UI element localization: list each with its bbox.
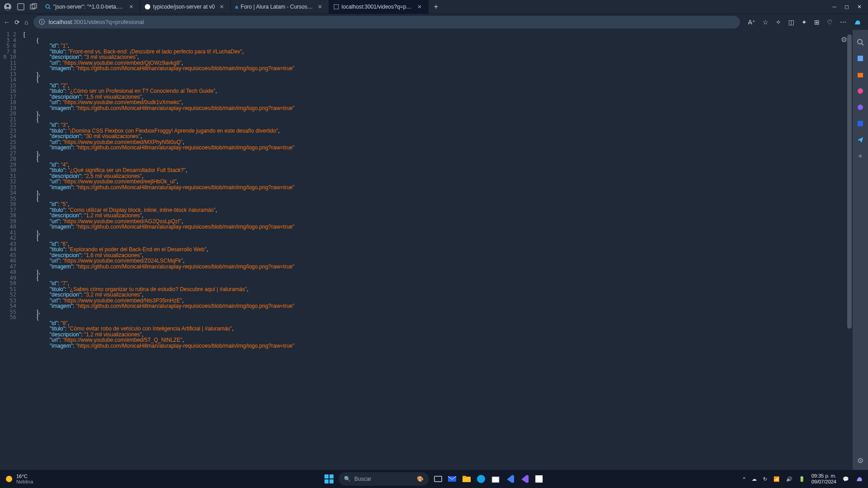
svg-rect-20 (329, 479, 334, 483)
extensions-icon[interactable]: ✧ (776, 19, 781, 26)
svg-rect-12 (858, 73, 863, 77)
favorites-bar-icon[interactable]: ✦ (801, 19, 807, 26)
site-info-icon[interactable]: ⓘ (39, 18, 45, 26)
tab-title: localhost:3001/videos?q=profesi (342, 4, 413, 10)
sidebar-shopping-icon[interactable] (856, 71, 864, 79)
sidebar-tools-icon[interactable] (856, 54, 864, 62)
battery-icon[interactable]: 🔋 (799, 476, 805, 482)
start-button[interactable] (324, 474, 334, 484)
menu-icon[interactable]: ⋯ (840, 19, 846, 26)
sidebar-settings-icon[interactable]: ⚙ (856, 456, 864, 464)
svg-point-13 (858, 88, 863, 94)
tab-close-icon[interactable]: ✕ (127, 4, 135, 10)
weather-desc: Neblina (16, 479, 33, 484)
tab-favicon: a (235, 4, 238, 10)
line-gutter: 1 2 3 4 5 6 7 8 9 10 11 12 13 14 15 16 1… (0, 30, 20, 470)
tab-title: Foro | Alura Latam - Cursos onlin (241, 4, 313, 10)
svg-rect-2 (18, 4, 24, 10)
address-bar[interactable]: ⓘ localhost:3001/videos?q=profesional (33, 16, 739, 29)
url-path: /videos?q=profesional (86, 19, 144, 25)
back-button[interactable]: ← (4, 19, 10, 26)
clock[interactable]: 09:35 p. m. 09/07/2024 (811, 473, 836, 485)
vscode-icon[interactable] (505, 474, 515, 484)
taskbar-search[interactable]: 🔍 Buscar 🎨 (339, 472, 429, 486)
close-button[interactable]: ✕ (857, 4, 862, 10)
svg-rect-19 (324, 479, 329, 483)
json-viewer-settings-icon[interactable]: ⚙ (841, 35, 847, 44)
window-controls: ─ ◻ ✕ (826, 4, 868, 10)
svg-line-6 (49, 8, 50, 9)
store-icon[interactable] (491, 474, 501, 484)
url-port: :3001 (72, 19, 87, 25)
tab-favicon (334, 4, 339, 10)
browser-tab[interactable]: typicode/json-server at v0✕ (140, 0, 231, 14)
tab-close-icon[interactable]: ✕ (415, 4, 424, 10)
minimize-button[interactable]: ─ (832, 4, 836, 10)
wifi-icon[interactable]: 📶 (773, 476, 780, 482)
onedrive-icon[interactable]: ☁ (752, 476, 757, 482)
mail-app-icon[interactable] (447, 474, 457, 484)
refresh-button[interactable]: ⟳ (14, 19, 20, 26)
svg-rect-8 (334, 5, 339, 9)
sidebar-office-icon[interactable] (856, 103, 864, 111)
tray-chevron-icon[interactable]: ^ (743, 476, 745, 482)
copilot-taskbar-icon[interactable] (855, 475, 863, 483)
svg-point-9 (858, 39, 862, 44)
scrollbar-thumb[interactable] (847, 34, 852, 329)
tab-close-icon[interactable]: ✕ (316, 4, 324, 10)
workspaces-icon[interactable] (17, 3, 24, 10)
svg-rect-11 (858, 56, 863, 61)
tab-title: typicode/json-server at v0 (153, 4, 215, 10)
copilot-icon[interactable] (854, 18, 862, 26)
vertical-scrollbar[interactable] (846, 30, 853, 470)
maximize-button[interactable]: ◻ (844, 4, 849, 10)
svg-point-25 (477, 475, 485, 483)
svg-point-16 (6, 476, 12, 482)
home-button[interactable]: ⌂ (24, 19, 28, 26)
titlebar: "json-server": "^1.0.0-beta.1" - B…✕typi… (0, 0, 868, 14)
titlebar-left (0, 3, 41, 11)
url-host: localhost (48, 19, 72, 25)
clock-date: 09/07/2024 (811, 479, 836, 485)
explorer-icon[interactable] (462, 474, 472, 484)
new-tab-button[interactable]: + (429, 3, 444, 11)
svg-rect-24 (463, 476, 466, 478)
svg-rect-15 (858, 121, 863, 126)
json-viewer[interactable]: [ { "id": "1", "titulo": "Front-end vs. … (20, 30, 853, 470)
sidebar-search-icon[interactable] (856, 38, 864, 46)
split-icon[interactable]: ◫ (788, 19, 794, 26)
task-view-icon[interactable] (434, 474, 443, 483)
tab-actions-icon[interactable] (30, 3, 37, 10)
browser-tab[interactable]: aForo | Alura Latam - Cursos onlin✕ (231, 0, 329, 14)
tab-favicon (45, 4, 51, 10)
search-emoji-icon: 🎨 (417, 476, 424, 482)
sidebar-outlook-icon[interactable] (856, 120, 864, 128)
updates-icon[interactable]: ↻ (763, 476, 767, 482)
browser-tab[interactable]: localhost:3001/videos?q=profesi✕ (329, 0, 429, 14)
browser-essentials-icon[interactable]: ♡ (827, 19, 833, 26)
svg-rect-21 (434, 476, 442, 482)
svg-rect-18 (329, 474, 334, 478)
browser-tab[interactable]: "json-server": "^1.0.0-beta.1" - B…✕ (41, 0, 140, 14)
taskbar: 16°C Neblina 🔍 Buscar 🎨 ^ ☁ ↻ 📶 🔊 🔋 09:3… (0, 470, 868, 488)
edge-icon[interactable] (476, 474, 486, 484)
tab-favicon (145, 4, 150, 10)
favorite-icon[interactable]: ☆ (763, 19, 768, 26)
volume-icon[interactable]: 🔊 (786, 476, 792, 482)
svg-point-5 (46, 5, 49, 8)
visualstudio-icon[interactable] (520, 474, 529, 484)
sidebar-add-icon[interactable]: + (856, 152, 864, 160)
collections-icon[interactable]: ⊞ (814, 19, 820, 26)
tab-close-icon[interactable]: ✕ (218, 4, 226, 10)
sidebar-telegram-icon[interactable] (856, 136, 864, 144)
svg-line-10 (862, 43, 863, 45)
weather-widget[interactable]: 16°C Neblina (5, 474, 33, 484)
weather-icon (5, 474, 14, 483)
clock-time: 09:35 p. m. (811, 473, 836, 479)
edge-sidebar: + ⚙ (853, 30, 868, 470)
app-icon[interactable] (534, 474, 544, 484)
profile-icon[interactable] (4, 3, 12, 11)
read-aloud-icon[interactable]: A⁺ (748, 19, 755, 26)
sidebar-games-icon[interactable] (856, 87, 864, 95)
notifications-icon[interactable]: 💬 (843, 476, 849, 482)
